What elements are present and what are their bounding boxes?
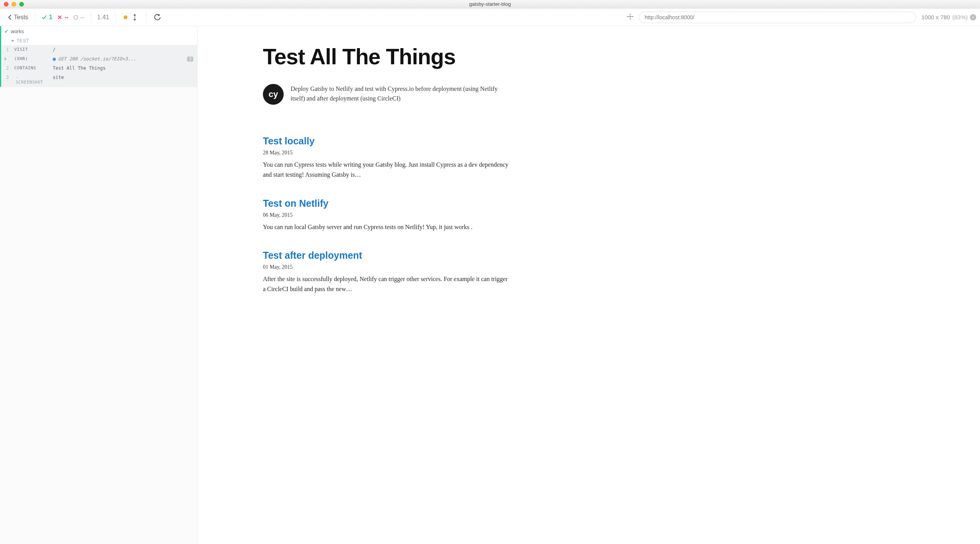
post-title-link[interactable]: Test on Netlify <box>263 198 509 209</box>
test-block[interactable]: ✔ works TEST 1VISIT/(XHR)GET 200 /socket… <box>0 26 197 87</box>
x-icon <box>57 15 62 20</box>
passed-count: 1 <box>39 14 55 21</box>
chevron-left-icon <box>8 15 12 20</box>
url-display[interactable]: http://localhost:8000/ <box>639 12 916 23</box>
command-number: 3 <box>1 73 12 87</box>
command-row[interactable]: 1VISIT/ <box>1 45 197 54</box>
post-excerpt: You can run local Gatsby server and run … <box>263 222 509 232</box>
blog-post: Test on Netlify06 May, 2015You can run l… <box>263 198 509 232</box>
pending-count: -- <box>71 14 87 21</box>
post-excerpt: After the site is successfully deployed,… <box>263 274 509 295</box>
post-title-link[interactable]: Test locally <box>263 136 509 147</box>
post-date: 01 May, 2015 <box>263 264 509 270</box>
post-date: 06 May, 2015 <box>263 212 509 218</box>
selector-playground-button[interactable] <box>623 13 637 22</box>
command-row[interactable]: (XHR)GET 200 /socket.io/?EIO=3...2 <box>1 54 197 64</box>
caret-right-icon <box>5 57 7 60</box>
auto-scroll-toggle[interactable] <box>131 14 138 21</box>
test-status-icon: ✔ <box>4 28 8 34</box>
route-count-badge: 2 <box>187 57 193 62</box>
back-to-tests-button[interactable]: Tests <box>5 12 31 22</box>
crosshair-icon <box>627 13 634 20</box>
avatar: cy <box>263 84 284 105</box>
xhr-indicator-icon <box>53 58 56 61</box>
viewport-info[interactable]: 1000 x 780 (83%) i <box>921 14 976 20</box>
duration: 1.41 <box>95 14 112 21</box>
blog-post: Test after deployment01 May, 2015After t… <box>263 250 509 295</box>
command-number: 1 <box>1 45 12 54</box>
command-message: GET 200 /socket.io/?EIO=3... <box>50 54 185 64</box>
command-name: CONTAINS <box>12 64 50 73</box>
command-number: 2 <box>1 64 12 73</box>
command-row[interactable]: 2CONTAINSTest All The Things <box>1 64 197 73</box>
command-message: / <box>50 45 185 54</box>
command-name: - SCREENSHOT <box>12 73 50 87</box>
auto-scroll-indicator <box>124 15 127 19</box>
post-title-link[interactable]: Test after deployment <box>263 250 509 261</box>
caret-down-icon <box>11 40 14 42</box>
command-name: (XHR) <box>12 54 50 64</box>
svg-point-0 <box>74 15 78 19</box>
restart-button[interactable] <box>154 14 161 21</box>
command-number <box>1 54 12 64</box>
bio: cy Deploy Gatsby to Netlify and test wit… <box>263 84 509 105</box>
command-message: Test All The Things <box>50 64 185 73</box>
command-row[interactable]: 3- SCREENSHOTsite <box>1 73 197 87</box>
bio-text: Deploy Gatsby to Netlify and test with C… <box>291 84 509 104</box>
back-label: Tests <box>14 14 28 21</box>
post-date: 28 May, 2015 <box>263 150 509 156</box>
blog-post: Test locally28 May, 2015You can run Cypr… <box>263 136 509 180</box>
mac-titlebar: gatsby-starter-blog <box>0 0 980 8</box>
refresh-icon <box>154 14 161 21</box>
runner-header: Tests 1 -- -- 1.41 <box>0 8 980 26</box>
failed-count: -- <box>55 14 71 21</box>
command-log: ✔ works TEST 1VISIT/(XHR)GET 200 /socket… <box>0 26 197 544</box>
circle-icon <box>73 15 79 20</box>
hook-label[interactable]: TEST <box>1 37 197 45</box>
window-title: gatsby-starter-blog <box>0 1 980 7</box>
check-icon <box>42 15 47 20</box>
svg-point-2 <box>629 16 631 17</box>
app-preview[interactable]: Test All The Things cy Deploy Gatsby to … <box>197 26 980 544</box>
command-message: site <box>50 73 185 87</box>
test-name: works <box>11 28 24 34</box>
info-icon: i <box>970 14 976 20</box>
post-excerpt: You can run Cypress tests while writing … <box>263 160 509 180</box>
command-name: VISIT <box>12 45 50 54</box>
blog-title: Test All The Things <box>263 45 509 69</box>
vertical-arrows-icon <box>132 14 137 21</box>
